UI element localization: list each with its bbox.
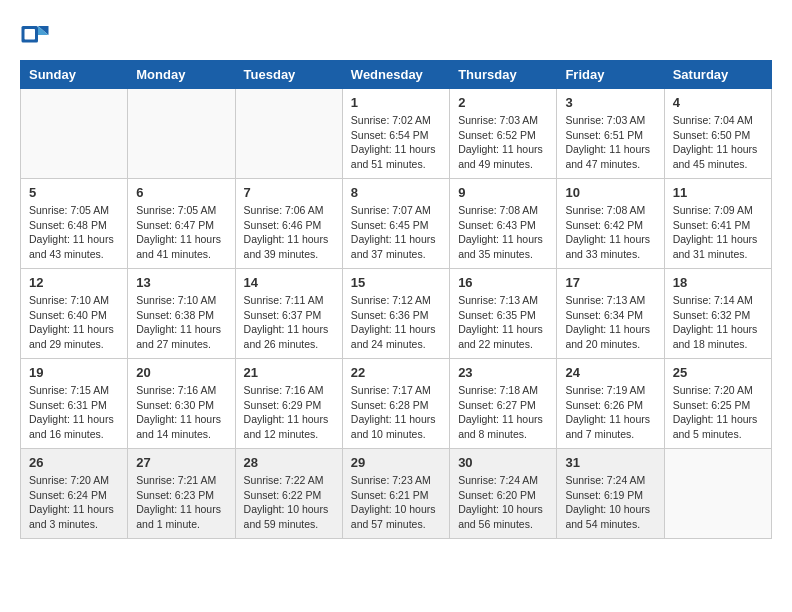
- day-info: Sunrise: 7:10 AMSunset: 6:40 PMDaylight:…: [29, 293, 119, 352]
- calendar-cell: 27Sunrise: 7:21 AMSunset: 6:23 PMDayligh…: [128, 449, 235, 539]
- day-info: Sunrise: 7:24 AMSunset: 6:20 PMDaylight:…: [458, 473, 548, 532]
- calendar-cell: 17Sunrise: 7:13 AMSunset: 6:34 PMDayligh…: [557, 269, 664, 359]
- day-number: 23: [458, 365, 548, 380]
- day-number: 16: [458, 275, 548, 290]
- day-info: Sunrise: 7:10 AMSunset: 6:38 PMDaylight:…: [136, 293, 226, 352]
- day-info: Sunrise: 7:08 AMSunset: 6:43 PMDaylight:…: [458, 203, 548, 262]
- day-number: 18: [673, 275, 763, 290]
- calendar-cell: 6Sunrise: 7:05 AMSunset: 6:47 PMDaylight…: [128, 179, 235, 269]
- day-number: 25: [673, 365, 763, 380]
- day-number: 13: [136, 275, 226, 290]
- day-info: Sunrise: 7:15 AMSunset: 6:31 PMDaylight:…: [29, 383, 119, 442]
- calendar-cell: 4Sunrise: 7:04 AMSunset: 6:50 PMDaylight…: [664, 89, 771, 179]
- calendar-cell: 12Sunrise: 7:10 AMSunset: 6:40 PMDayligh…: [21, 269, 128, 359]
- calendar-table: SundayMondayTuesdayWednesdayThursdayFrid…: [20, 60, 772, 539]
- calendar-cell: 24Sunrise: 7:19 AMSunset: 6:26 PMDayligh…: [557, 359, 664, 449]
- day-info: Sunrise: 7:24 AMSunset: 6:19 PMDaylight:…: [565, 473, 655, 532]
- day-number: 9: [458, 185, 548, 200]
- day-info: Sunrise: 7:04 AMSunset: 6:50 PMDaylight:…: [673, 113, 763, 172]
- day-number: 28: [244, 455, 334, 470]
- calendar-cell: 7Sunrise: 7:06 AMSunset: 6:46 PMDaylight…: [235, 179, 342, 269]
- calendar-body: 1Sunrise: 7:02 AMSunset: 6:54 PMDaylight…: [21, 89, 772, 539]
- day-header-wednesday: Wednesday: [342, 61, 449, 89]
- day-header-tuesday: Tuesday: [235, 61, 342, 89]
- day-info: Sunrise: 7:08 AMSunset: 6:42 PMDaylight:…: [565, 203, 655, 262]
- day-number: 1: [351, 95, 441, 110]
- svg-rect-1: [25, 29, 36, 40]
- calendar-cell: 2Sunrise: 7:03 AMSunset: 6:52 PMDaylight…: [450, 89, 557, 179]
- calendar-cell: 19Sunrise: 7:15 AMSunset: 6:31 PMDayligh…: [21, 359, 128, 449]
- day-number: 26: [29, 455, 119, 470]
- calendar-cell: 3Sunrise: 7:03 AMSunset: 6:51 PMDaylight…: [557, 89, 664, 179]
- day-info: Sunrise: 7:13 AMSunset: 6:35 PMDaylight:…: [458, 293, 548, 352]
- calendar-cell: [21, 89, 128, 179]
- day-number: 29: [351, 455, 441, 470]
- day-number: 31: [565, 455, 655, 470]
- day-number: 20: [136, 365, 226, 380]
- calendar-cell: 9Sunrise: 7:08 AMSunset: 6:43 PMDaylight…: [450, 179, 557, 269]
- day-header-friday: Friday: [557, 61, 664, 89]
- logo-icon: [20, 20, 50, 50]
- day-info: Sunrise: 7:16 AMSunset: 6:30 PMDaylight:…: [136, 383, 226, 442]
- day-header-sunday: Sunday: [21, 61, 128, 89]
- day-info: Sunrise: 7:03 AMSunset: 6:52 PMDaylight:…: [458, 113, 548, 172]
- day-info: Sunrise: 7:05 AMSunset: 6:47 PMDaylight:…: [136, 203, 226, 262]
- day-number: 10: [565, 185, 655, 200]
- day-number: 14: [244, 275, 334, 290]
- calendar-cell: 13Sunrise: 7:10 AMSunset: 6:38 PMDayligh…: [128, 269, 235, 359]
- day-info: Sunrise: 7:06 AMSunset: 6:46 PMDaylight:…: [244, 203, 334, 262]
- calendar-week-3: 12Sunrise: 7:10 AMSunset: 6:40 PMDayligh…: [21, 269, 772, 359]
- page-header: [20, 20, 772, 50]
- calendar-cell: 16Sunrise: 7:13 AMSunset: 6:35 PMDayligh…: [450, 269, 557, 359]
- calendar-cell: 28Sunrise: 7:22 AMSunset: 6:22 PMDayligh…: [235, 449, 342, 539]
- calendar-cell: 10Sunrise: 7:08 AMSunset: 6:42 PMDayligh…: [557, 179, 664, 269]
- day-info: Sunrise: 7:02 AMSunset: 6:54 PMDaylight:…: [351, 113, 441, 172]
- day-header-thursday: Thursday: [450, 61, 557, 89]
- calendar-cell: [235, 89, 342, 179]
- day-number: 7: [244, 185, 334, 200]
- day-info: Sunrise: 7:03 AMSunset: 6:51 PMDaylight:…: [565, 113, 655, 172]
- calendar-cell: 8Sunrise: 7:07 AMSunset: 6:45 PMDaylight…: [342, 179, 449, 269]
- day-info: Sunrise: 7:23 AMSunset: 6:21 PMDaylight:…: [351, 473, 441, 532]
- day-number: 30: [458, 455, 548, 470]
- day-number: 3: [565, 95, 655, 110]
- calendar-cell: [128, 89, 235, 179]
- calendar-cell: 15Sunrise: 7:12 AMSunset: 6:36 PMDayligh…: [342, 269, 449, 359]
- day-number: 24: [565, 365, 655, 380]
- calendar-cell: 23Sunrise: 7:18 AMSunset: 6:27 PMDayligh…: [450, 359, 557, 449]
- day-info: Sunrise: 7:21 AMSunset: 6:23 PMDaylight:…: [136, 473, 226, 532]
- calendar-week-4: 19Sunrise: 7:15 AMSunset: 6:31 PMDayligh…: [21, 359, 772, 449]
- calendar-cell: 5Sunrise: 7:05 AMSunset: 6:48 PMDaylight…: [21, 179, 128, 269]
- day-info: Sunrise: 7:05 AMSunset: 6:48 PMDaylight:…: [29, 203, 119, 262]
- day-number: 22: [351, 365, 441, 380]
- calendar-week-1: 1Sunrise: 7:02 AMSunset: 6:54 PMDaylight…: [21, 89, 772, 179]
- calendar-cell: 1Sunrise: 7:02 AMSunset: 6:54 PMDaylight…: [342, 89, 449, 179]
- calendar-cell: 20Sunrise: 7:16 AMSunset: 6:30 PMDayligh…: [128, 359, 235, 449]
- day-header-monday: Monday: [128, 61, 235, 89]
- day-number: 15: [351, 275, 441, 290]
- day-number: 17: [565, 275, 655, 290]
- day-info: Sunrise: 7:22 AMSunset: 6:22 PMDaylight:…: [244, 473, 334, 532]
- day-info: Sunrise: 7:13 AMSunset: 6:34 PMDaylight:…: [565, 293, 655, 352]
- calendar-week-2: 5Sunrise: 7:05 AMSunset: 6:48 PMDaylight…: [21, 179, 772, 269]
- day-number: 27: [136, 455, 226, 470]
- day-number: 19: [29, 365, 119, 380]
- calendar-header: SundayMondayTuesdayWednesdayThursdayFrid…: [21, 61, 772, 89]
- day-number: 8: [351, 185, 441, 200]
- calendar-cell: 31Sunrise: 7:24 AMSunset: 6:19 PMDayligh…: [557, 449, 664, 539]
- day-info: Sunrise: 7:14 AMSunset: 6:32 PMDaylight:…: [673, 293, 763, 352]
- logo: [20, 20, 54, 50]
- day-info: Sunrise: 7:12 AMSunset: 6:36 PMDaylight:…: [351, 293, 441, 352]
- calendar-cell: 11Sunrise: 7:09 AMSunset: 6:41 PMDayligh…: [664, 179, 771, 269]
- day-info: Sunrise: 7:09 AMSunset: 6:41 PMDaylight:…: [673, 203, 763, 262]
- calendar-cell: 25Sunrise: 7:20 AMSunset: 6:25 PMDayligh…: [664, 359, 771, 449]
- calendar-cell: 29Sunrise: 7:23 AMSunset: 6:21 PMDayligh…: [342, 449, 449, 539]
- day-info: Sunrise: 7:16 AMSunset: 6:29 PMDaylight:…: [244, 383, 334, 442]
- day-number: 6: [136, 185, 226, 200]
- calendar-cell: 30Sunrise: 7:24 AMSunset: 6:20 PMDayligh…: [450, 449, 557, 539]
- day-number: 12: [29, 275, 119, 290]
- day-number: 2: [458, 95, 548, 110]
- calendar-cell: 18Sunrise: 7:14 AMSunset: 6:32 PMDayligh…: [664, 269, 771, 359]
- day-info: Sunrise: 7:17 AMSunset: 6:28 PMDaylight:…: [351, 383, 441, 442]
- day-info: Sunrise: 7:20 AMSunset: 6:24 PMDaylight:…: [29, 473, 119, 532]
